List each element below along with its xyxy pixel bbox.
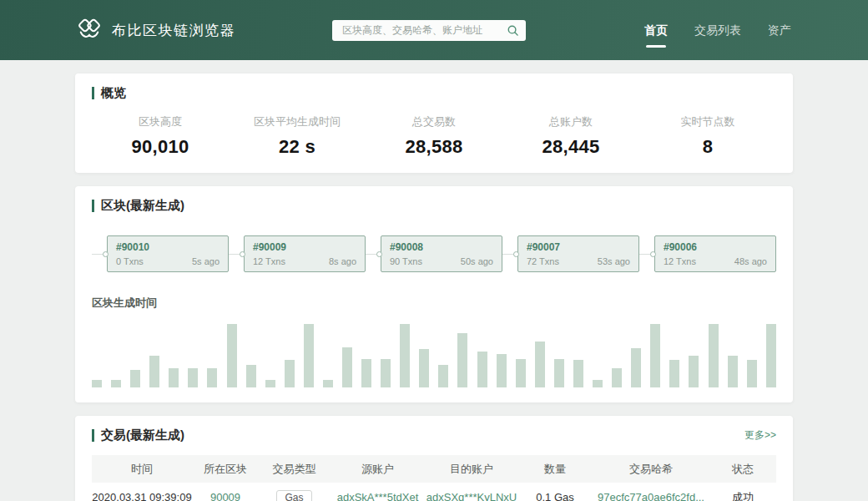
col-header-status: 状态 <box>709 462 776 477</box>
transactions-card: 交易(最新生成) 更多>> 时间 所在区块 交易类型 源账户 目的账户 数量 交… <box>75 416 793 501</box>
block-txn-count: 72 Txns <box>527 256 559 266</box>
chart-bar <box>265 380 275 387</box>
col-header-block: 所在区块 <box>192 462 259 477</box>
tx-source-account-link[interactable]: adxSkA***5tdXet <box>330 491 426 501</box>
stat-label: 实时节点数 <box>639 114 776 129</box>
chart-bar <box>497 354 507 387</box>
chart-bar <box>246 365 256 387</box>
chart-bar <box>188 368 198 387</box>
chart-bar <box>207 368 217 387</box>
section-accent-bar <box>92 87 94 99</box>
tx-amount: 0.1 Gas <box>517 491 593 501</box>
block-txn-count: 12 Txns <box>253 256 285 266</box>
chart-bar <box>477 352 487 387</box>
nav-item-transaction-list[interactable]: 交易列表 <box>694 23 741 48</box>
block-connector-line <box>502 254 517 255</box>
search-icon[interactable] <box>507 24 519 37</box>
transactions-table-header: 时间 所在区块 交易类型 源账户 目的账户 数量 交易哈希 状态 <box>92 455 776 483</box>
chart-bar <box>747 360 757 387</box>
chart-bar <box>323 380 333 387</box>
tx-type-badge: Gas <box>276 490 311 501</box>
nav-item-home[interactable]: 首页 <box>644 23 668 48</box>
tx-status: 成功 <box>709 490 776 501</box>
block-meta: 12 Txns 8s ago <box>253 256 356 266</box>
block-card[interactable]: #90007 72 Txns 53s ago <box>517 235 639 272</box>
chart-bar <box>689 356 699 387</box>
main-nav: 首页 交易列表 资产 <box>644 18 791 43</box>
block-chain-item: #90010 0 Txns 5s ago <box>92 235 229 272</box>
stat-value: 22 s <box>229 136 366 158</box>
block-txn-count: 0 Txns <box>116 256 144 266</box>
chart-bar <box>419 349 429 387</box>
chart-bar <box>342 347 352 387</box>
stat-label: 总账户数 <box>502 114 639 129</box>
tx-hash-link[interactable]: 97ecfc77a0ae6fc2fd... <box>593 491 709 501</box>
search-input[interactable] <box>342 24 507 36</box>
chart-bar <box>111 380 121 387</box>
blocks-title-text: 区块(最新生成) <box>101 198 184 214</box>
tx-block-link[interactable]: 90009 <box>192 491 259 501</box>
app-logo[interactable]: 布比区块链浏览器 <box>75 18 235 42</box>
overview-section-title: 概览 <box>92 85 776 101</box>
chart-bar <box>92 380 102 387</box>
block-time-ago: 5s ago <box>192 256 220 266</box>
block-number-link[interactable]: #90008 <box>390 241 493 253</box>
chart-bar <box>227 324 237 387</box>
chart-bar <box>149 356 159 387</box>
chart-bar <box>285 360 295 387</box>
chart-bar <box>381 359 391 387</box>
stat-label: 区块平均生成时间 <box>229 114 366 129</box>
chart-bar <box>631 348 641 387</box>
nav-item-assets[interactable]: 资产 <box>768 23 791 48</box>
blocks-section-title: 区块(最新生成) <box>92 198 776 214</box>
overview-title-text: 概览 <box>101 85 126 101</box>
block-connector-line <box>92 254 107 255</box>
col-header-dest: 目的账户 <box>426 462 517 477</box>
col-header-type: 交易类型 <box>259 462 330 477</box>
block-meta: 12 Txns 48s ago <box>664 256 767 266</box>
block-card[interactable]: #90009 12 Txns 8s ago <box>244 235 366 272</box>
stat-value: 28,445 <box>502 136 639 158</box>
block-card[interactable]: #90008 90 Txns 50s ago <box>381 235 502 272</box>
chart-bar <box>593 380 603 387</box>
stat-item: 总账户数 28,445 <box>502 114 639 158</box>
block-card[interactable]: #90006 12 Txns 48s ago <box>654 235 776 272</box>
tx-dest-account-link[interactable]: adxSXq***KyLNxU <box>426 491 517 501</box>
chart-bar <box>457 333 467 387</box>
col-header-hash: 交易哈希 <box>593 462 709 477</box>
col-header-source: 源账户 <box>330 462 426 477</box>
section-accent-bar <box>92 429 94 442</box>
block-txn-count: 12 Txns <box>664 256 696 266</box>
section-accent-bar <box>92 200 94 212</box>
stat-value: 8 <box>639 136 776 158</box>
stat-value: 90,010 <box>92 136 229 158</box>
tx-type-cell: Gas <box>259 490 330 501</box>
block-number-link[interactable]: #90010 <box>116 241 220 253</box>
block-connector-line <box>229 254 244 255</box>
more-transactions-link[interactable]: 更多>> <box>744 428 776 443</box>
block-number-link[interactable]: #90007 <box>527 241 630 253</box>
transactions-table-body: 2020.03.31 09:39:09 90009 Gas adxSkA***5… <box>92 483 776 501</box>
block-connector-line <box>366 254 381 255</box>
stat-item: 区块高度 90,010 <box>92 114 229 158</box>
block-meta: 0 Txns 5s ago <box>116 256 220 266</box>
app-header: 布比区块链浏览器 首页 交易列表 资产 <box>0 0 868 60</box>
chart-bar <box>709 324 719 387</box>
col-header-time: 时间 <box>92 462 192 477</box>
tx-time: 2020.03.31 09:39:09 <box>92 491 192 501</box>
block-number-link[interactable]: #90006 <box>664 241 767 253</box>
app-title: 布比区块链浏览器 <box>112 21 235 40</box>
chart-bar <box>669 360 679 387</box>
stat-label: 总交易数 <box>366 114 502 129</box>
block-time-ago: 48s ago <box>734 256 767 266</box>
chart-bar <box>361 359 371 387</box>
chart-bar <box>169 368 179 387</box>
block-number-link[interactable]: #90009 <box>253 241 356 253</box>
transaction-row: 2020.03.31 09:39:09 90009 Gas adxSkA***5… <box>92 483 776 501</box>
block-card[interactable]: #90010 0 Txns 5s ago <box>107 235 229 272</box>
block-time-ago: 53s ago <box>598 256 630 266</box>
block-meta: 90 Txns 50s ago <box>390 256 493 266</box>
stat-item: 实时节点数 8 <box>639 114 776 158</box>
chart-bar <box>650 324 660 387</box>
block-chain-item: #90008 90 Txns 50s ago <box>366 235 502 272</box>
